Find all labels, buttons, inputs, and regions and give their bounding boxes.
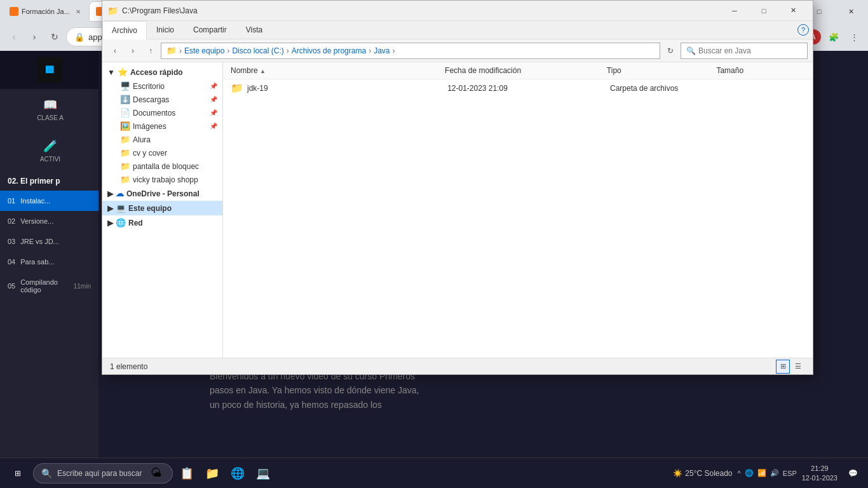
tree-item-escritorio[interactable]: 🖥️ Escritorio 📌 bbox=[102, 79, 222, 93]
taskbar-date-text: 12-01-2023 bbox=[802, 473, 837, 482]
taskbar-search-placeholder: Escribe aquí para buscar bbox=[57, 469, 142, 478]
forward-button[interactable]: › bbox=[25, 28, 43, 46]
red-label: Red bbox=[128, 219, 143, 227]
nav-num: 04 bbox=[8, 258, 15, 266]
taskbar-time-text: 21:29 bbox=[802, 464, 837, 473]
weather-icon: ☀️ bbox=[673, 469, 682, 478]
sidebar-item-instalacion[interactable]: 01 Instalac... bbox=[0, 191, 98, 211]
tab-close[interactable]: ✕ bbox=[73, 6, 83, 17]
vicky-label: vicky trabajo shopp bbox=[133, 175, 217, 184]
explorer-minimize[interactable]: ─ bbox=[720, 1, 749, 21]
explorer-forward[interactable]: › bbox=[125, 43, 140, 58]
quick-access-label: Acceso rápido bbox=[130, 68, 183, 77]
escritorio-icon: 🖥️ bbox=[120, 81, 130, 91]
tree-item-cv-cover[interactable]: 📁 cv y cover bbox=[102, 146, 222, 159]
explorer-up[interactable]: ↑ bbox=[143, 43, 158, 58]
taskbar-task-view[interactable]: 📋 bbox=[175, 462, 198, 485]
explorer-back[interactable]: ‹ bbox=[107, 43, 123, 58]
tab-formacion[interactable]: Formación Ja... ✕ bbox=[3, 1, 89, 22]
breadcrumb-archivos[interactable]: Archivos de programa bbox=[292, 46, 366, 55]
breadcrumb-disco[interactable]: Disco local (C:) bbox=[232, 46, 283, 55]
tree-item-descargas[interactable]: ⬇️ Descargas 📌 bbox=[102, 93, 222, 106]
column-headers: Nombre ▲ Fecha de modificación Tipo Tama… bbox=[223, 62, 813, 79]
sidebar-item-clase[interactable]: 📖 CLASE A bbox=[0, 89, 98, 130]
folder-icon: 📁 bbox=[231, 82, 243, 94]
imagenes-label: Imágenes bbox=[133, 122, 207, 131]
view-detail-btn[interactable]: ⊞ bbox=[776, 360, 790, 374]
col-header-fecha[interactable]: Fecha de modificación bbox=[445, 65, 607, 76]
ribbon-tab-inicio[interactable]: Inicio bbox=[147, 21, 184, 39]
tree-item-pantalla[interactable]: 📁 pantalla de bloquec bbox=[102, 159, 222, 173]
taskbar-clock[interactable]: 21:29 12-01-2023 bbox=[802, 464, 837, 482]
taskbar-chrome[interactable]: 🌐 bbox=[226, 462, 249, 485]
taskbar-file-explorer[interactable]: 📁 bbox=[201, 462, 224, 485]
table-row[interactable]: 📁 jdk-19 12-01-2023 21:09 Carpeta de arc… bbox=[223, 79, 813, 97]
menu-icon[interactable]: ⋮ bbox=[845, 28, 863, 46]
nav-label: JRE vs JD... bbox=[20, 238, 59, 245]
explorer-ribbon: Archivo Inicio Compartir Vista ? bbox=[102, 21, 813, 39]
ribbon-help[interactable]: ? bbox=[794, 21, 813, 39]
file-type: Carpeta de archivos bbox=[610, 84, 678, 93]
explorer-close[interactable]: ✕ bbox=[778, 1, 808, 21]
tree-item-alura[interactable]: 📁 Alura bbox=[102, 133, 222, 146]
wifi-icon[interactable]: 📶 bbox=[757, 469, 766, 477]
file-explorer-window: 📁 C:\Program Files\Java ─ □ ✕ Archivo In… bbox=[102, 0, 813, 375]
search-bar[interactable]: 🔍 bbox=[681, 43, 808, 59]
explorer-refresh[interactable]: ↻ bbox=[663, 43, 678, 58]
sidebar-item-activi[interactable]: 🧪 ACTIVI bbox=[0, 130, 98, 172]
este-equipo-header[interactable]: ▶ 💻 Este equipo bbox=[102, 201, 222, 215]
taskbar-terminal[interactable]: 💻 bbox=[252, 462, 275, 485]
breadcrumb-sep4: › bbox=[393, 46, 395, 55]
descargas-label: Descargas bbox=[133, 95, 207, 104]
tree-item-vicky[interactable]: 📁 vicky trabajo shopp bbox=[102, 173, 222, 186]
taskbar-search[interactable]: 🔍 Escribe aquí para buscar 🌤 bbox=[33, 463, 173, 484]
nav-num: 01 bbox=[8, 197, 15, 205]
alura-logo-mark: 🅰 bbox=[37, 57, 62, 83]
network-icon[interactable]: 🌐 bbox=[745, 469, 754, 477]
back-button[interactable]: ‹ bbox=[5, 28, 23, 46]
tray-up-arrow[interactable]: ^ bbox=[738, 470, 741, 477]
ribbon-tab-archivo[interactable]: Archivo bbox=[102, 21, 147, 39]
file-date: 12-01-2023 21:09 bbox=[447, 84, 508, 93]
ribbon-tab-compartir[interactable]: Compartir bbox=[184, 21, 236, 39]
sidebar-item-versiones[interactable]: 02 Versione... bbox=[0, 211, 98, 231]
weather-text: 25°C Soleado bbox=[685, 469, 732, 478]
breadcrumb-java[interactable]: Java bbox=[374, 46, 390, 55]
col-header-nombre[interactable]: Nombre ▲ bbox=[231, 65, 445, 76]
nav-num: 05 bbox=[8, 282, 15, 290]
ribbon-tab-vista[interactable]: Vista bbox=[236, 21, 272, 39]
volume-icon[interactable]: 🔊 bbox=[770, 469, 779, 477]
view-list-btn[interactable]: ☰ bbox=[791, 360, 805, 374]
col-header-tamano[interactable]: Tamaño bbox=[716, 65, 805, 76]
pin-icon: 📌 bbox=[210, 83, 217, 90]
tree-item-documentos[interactable]: 📄 Documentos 📌 bbox=[102, 106, 222, 119]
browser-close[interactable]: ✕ bbox=[836, 1, 865, 22]
nav-label: Compilando código bbox=[20, 278, 69, 294]
descargas-icon: ⬇️ bbox=[120, 95, 130, 104]
sidebar-item-para-saber[interactable]: 04 Para sab... bbox=[0, 252, 98, 272]
sidebar-item-compilando[interactable]: 05 Compilando código 11min bbox=[0, 272, 98, 300]
extensions-icon[interactable]: 🧩 bbox=[825, 28, 843, 46]
breadcrumb-este-equipo[interactable]: Este equipo bbox=[184, 46, 224, 55]
notification-icon[interactable]: 💬 bbox=[843, 463, 863, 484]
reload-button[interactable]: ↻ bbox=[46, 28, 64, 46]
file-name-cell: 📁 jdk-19 bbox=[231, 82, 447, 94]
breadcrumb-sep3: › bbox=[369, 46, 371, 55]
breadcrumb-sep0: › bbox=[179, 46, 182, 55]
tab-favicon bbox=[10, 7, 18, 16]
search-input[interactable] bbox=[698, 46, 802, 55]
web-text-line2: pasos en Java. Ya hemos visto de dónde v… bbox=[210, 383, 855, 397]
help-icon[interactable]: ? bbox=[797, 24, 809, 36]
view-icons: ⊞ ☰ bbox=[776, 360, 805, 374]
pantalla-label: pantalla de bloquec bbox=[133, 162, 217, 171]
sidebar-item-jre-jdk[interactable]: 03 JRE vs JD... bbox=[0, 231, 98, 252]
nav-num: 02 bbox=[8, 217, 15, 225]
explorer-maximize[interactable]: □ bbox=[749, 1, 778, 21]
taskbar-cortana-icon: 🌤 bbox=[151, 466, 162, 480]
quick-access-header[interactable]: ▼ ⭐ Acceso rápido bbox=[102, 65, 222, 79]
onedrive-header[interactable]: ▶ ☁ OneDrive - Personal bbox=[102, 186, 222, 201]
col-header-tipo[interactable]: Tipo bbox=[607, 65, 717, 76]
red-header[interactable]: ▶ 🌐 Red bbox=[102, 215, 222, 230]
start-button[interactable]: ⊞ bbox=[5, 461, 31, 486]
tree-item-imagenes[interactable]: 🖼️ Imágenes 📌 bbox=[102, 119, 222, 133]
